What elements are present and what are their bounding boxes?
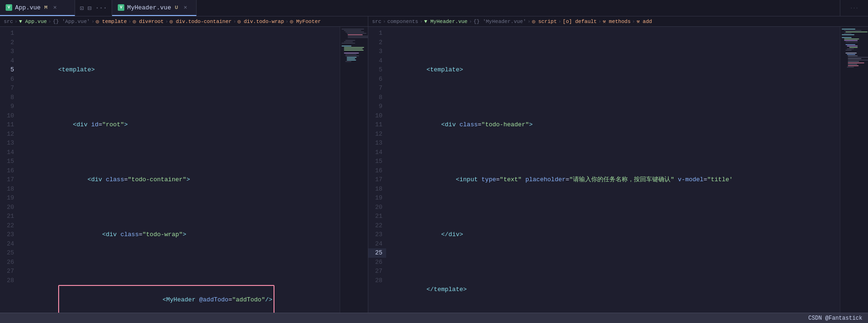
- code-line-5: <MyHeader @addTodo="addTodo"/>: [22, 276, 340, 313]
- right-breadcrumb: src › components › ▼ MyHeader.vue › {} '…: [368, 16, 868, 26]
- right-tab-label: MyHeader.vue: [127, 4, 171, 11]
- left-breadcrumb: src › ▼ App.vue › {} 'App.vue' › ◎ templ…: [0, 16, 368, 26]
- left-minimap: [340, 27, 368, 313]
- left-tab-modified: M: [45, 5, 48, 10]
- right-tab-close[interactable]: ×: [183, 4, 187, 11]
- vue-icon: V: [6, 4, 12, 11]
- code-line-2: <div id="root">: [22, 111, 340, 139]
- left-tab-app-vue[interactable]: V App.vue M ×: [0, 0, 75, 16]
- minimap-placeholder: ···: [850, 6, 858, 11]
- collapse-icon[interactable]: ⊟: [87, 4, 91, 12]
- right-line-numbers: 1234 5678 9101112 13141516 17181920 2122…: [368, 27, 386, 313]
- more-actions-icon[interactable]: ···: [95, 4, 107, 12]
- left-code-pane: 1234 567 891011 12131415 16171819 202122…: [0, 27, 368, 313]
- r-code-line-1: <template>: [390, 56, 840, 84]
- right-code-pane: 1234 5678 9101112 13141516 17181920 2122…: [368, 27, 868, 313]
- vue-icon-right: V: [118, 4, 124, 11]
- left-tab-label: App.vue: [15, 4, 41, 11]
- left-code-content[interactable]: <template> <div id="root"> <div class="t…: [18, 27, 340, 313]
- right-tab-modified: U: [175, 5, 178, 10]
- r-code-line-3: <input type="text" placeholder="请输入你的任务名…: [390, 166, 840, 194]
- right-code-content[interactable]: <template> <div class="todo-header"> <in…: [386, 27, 840, 313]
- left-tab-close[interactable]: ×: [53, 4, 57, 11]
- left-line-numbers: 1234 567 891011 12131415 16171819 202122…: [0, 27, 18, 313]
- status-bar: CSDN @Fantastick: [0, 313, 868, 323]
- right-tab-myheader-vue[interactable]: V MyHeader.vue U ×: [112, 0, 197, 16]
- split-editor-icon[interactable]: ⊡: [80, 4, 84, 12]
- code-line-4: <div class="todo-wrap">: [22, 221, 340, 249]
- r-code-line-4: </div>: [390, 221, 840, 249]
- r-code-line-5: </template>: [390, 276, 840, 304]
- code-line-3: <div class="todo-container">: [22, 166, 340, 194]
- code-line-1: <template>: [22, 56, 340, 84]
- status-text: CSDN @Fantastick: [808, 315, 862, 322]
- r-code-line-2: <div class="todo-header">: [390, 111, 840, 139]
- right-minimap: [840, 27, 868, 313]
